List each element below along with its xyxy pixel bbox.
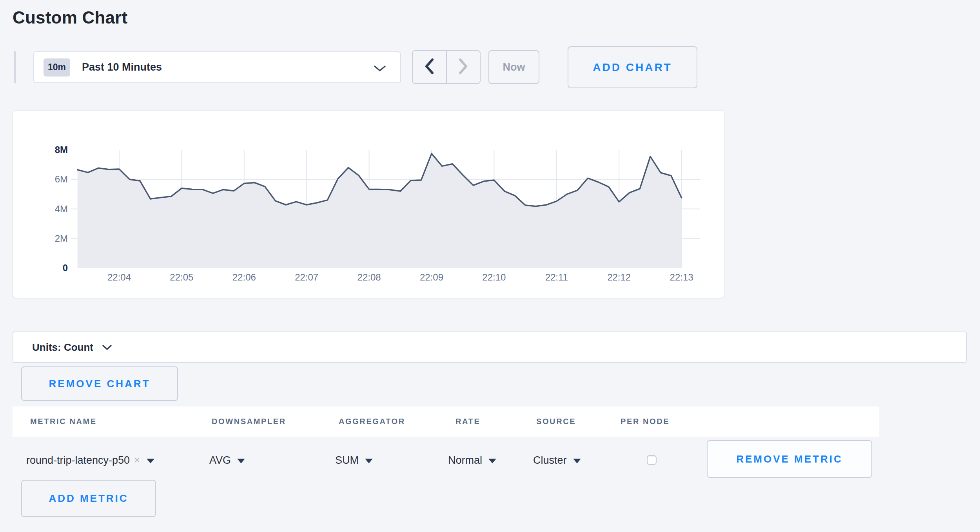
time-range-label: Past 10 Minutes — [82, 61, 162, 73]
time-pager — [412, 50, 481, 84]
caret-down-icon — [573, 459, 581, 463]
svg-text:22:04: 22:04 — [107, 272, 131, 282]
svg-text:22:11: 22:11 — [545, 272, 568, 282]
time-range-select[interactable]: 10m Past 10 Minutes — [33, 51, 401, 83]
svg-text:4M: 4M — [55, 204, 68, 214]
svg-text:0: 0 — [63, 262, 68, 273]
downsampler-select[interactable]: AVG — [209, 437, 245, 484]
svg-text:6M: 6M — [55, 174, 68, 184]
svg-text:22:08: 22:08 — [358, 272, 381, 282]
aggregator-select[interactable]: SUM — [335, 437, 373, 484]
source-value: Cluster — [533, 454, 567, 466]
svg-text:22:10: 22:10 — [482, 272, 506, 282]
svg-text:2M: 2M — [55, 233, 68, 244]
page-title: Custom Chart — [13, 8, 127, 27]
remove-metric-button[interactable]: REMOVE METRIC — [707, 440, 872, 478]
units-select[interactable]: Units: Count — [13, 332, 967, 363]
svg-text:22:06: 22:06 — [232, 272, 256, 282]
column-header-source: SOURCE — [536, 406, 576, 437]
column-header-rate: RATE — [456, 406, 480, 437]
caret-down-icon — [488, 459, 496, 463]
aggregator-value: SUM — [335, 454, 359, 466]
svg-text:22:09: 22:09 — [420, 272, 443, 282]
remove-chart-button[interactable]: REMOVE CHART — [21, 366, 178, 401]
caret-down-icon — [147, 459, 154, 463]
next-time-button[interactable] — [447, 51, 480, 83]
downsampler-value: AVG — [209, 454, 231, 466]
controls-left-rule — [14, 51, 16, 83]
column-header-downsampler: DOWNSAMPLER — [212, 406, 286, 437]
chevron-down-icon — [102, 344, 112, 352]
add-chart-button[interactable]: ADD CHART — [568, 46, 697, 88]
custom-chart-page: Custom Chart 10m Past 10 Minutes Now ADD… — [0, 0, 980, 532]
svg-text:22:07: 22:07 — [295, 272, 318, 282]
time-range-badge: 10m — [44, 58, 70, 77]
caret-down-icon — [365, 459, 373, 463]
caret-down-icon — [237, 459, 245, 463]
column-header-per-node: PER NODE — [621, 406, 670, 437]
column-header-metric-name: METRIC NAME — [30, 406, 97, 437]
metrics-table-header: METRIC NAME DOWNSAMPLER AGGREGATOR RATE … — [13, 406, 879, 437]
column-header-aggregator: AGGREGATOR — [339, 406, 405, 437]
metric-name-select[interactable]: round-trip-latency-p50 × — [26, 437, 154, 484]
svg-text:22:12: 22:12 — [607, 272, 631, 282]
chevron-left-icon — [424, 58, 434, 76]
units-label: Units: Count — [32, 341, 93, 353]
svg-text:22:05: 22:05 — [170, 272, 193, 282]
rate-select[interactable]: Normal — [448, 437, 496, 484]
now-button[interactable]: Now — [488, 50, 539, 84]
per-node-checkbox[interactable] — [647, 455, 657, 465]
chevron-down-icon — [374, 65, 386, 74]
source-select[interactable]: Cluster — [533, 437, 581, 484]
remove-tag-icon[interactable]: × — [134, 454, 140, 466]
prev-time-button[interactable] — [413, 51, 447, 83]
add-metric-button[interactable]: ADD METRIC — [21, 480, 156, 517]
svg-text:22:13: 22:13 — [670, 272, 693, 282]
rate-value: Normal — [448, 454, 482, 466]
metric-name-value: round-trip-latency-p50 — [26, 454, 130, 466]
svg-text:8M: 8M — [55, 144, 68, 155]
chart-card: 22:0422:0522:0622:0722:0822:0922:1022:11… — [13, 110, 724, 298]
timeseries-chart[interactable]: 22:0422:0522:0622:0722:0822:0922:1022:11… — [13, 111, 724, 299]
chevron-right-icon — [458, 58, 468, 76]
